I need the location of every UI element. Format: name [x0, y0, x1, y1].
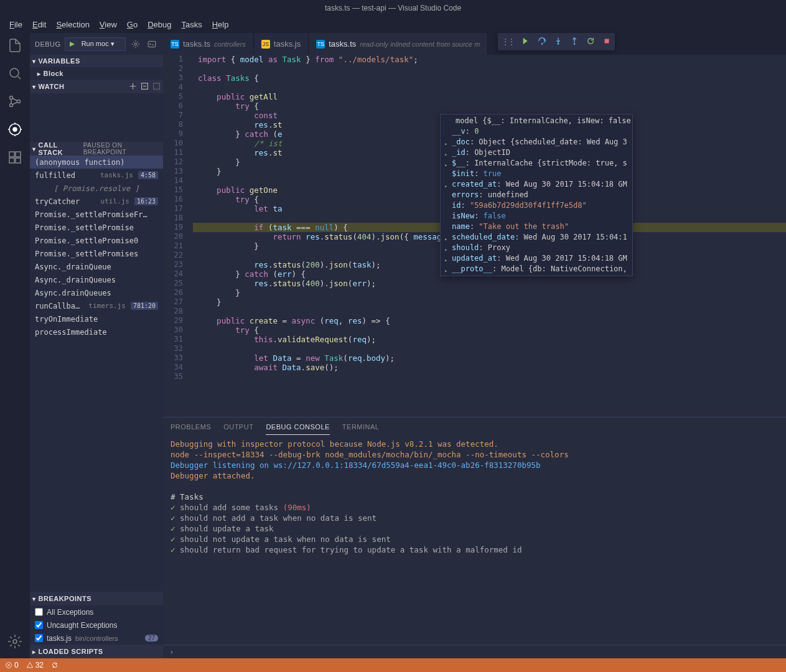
menu-help[interactable]: Help	[208, 19, 233, 30]
callstack-frame[interactable]: Async._drainQueues	[30, 273, 163, 286]
continue-icon[interactable]	[522, 37, 530, 47]
debug-console-input[interactable]: ›	[163, 645, 786, 658]
remove-watch-icon[interactable]	[152, 82, 161, 91]
add-watch-icon[interactable]	[129, 82, 137, 91]
hover-property[interactable]: id: "59a6b7d29dd30f4f1ff7e5d8"	[441, 200, 632, 211]
editor-tab[interactable]: TStasks.tsread-only inlined content from…	[309, 33, 488, 55]
debug-toolbar[interactable]: ⋮⋮	[498, 33, 615, 50]
breakpoint-checkbox[interactable]	[35, 621, 43, 629]
hover-property[interactable]: isNew: false	[441, 211, 632, 222]
code-line[interactable]: try {	[193, 325, 786, 335]
code-line[interactable]: class Tasks {	[193, 73, 786, 83]
variables-block[interactable]: ▸Block	[30, 67, 163, 80]
callstack-frame[interactable]: processImmediate	[30, 325, 163, 338]
callstack-frame[interactable]: tryCatcherutil.js16:23	[30, 195, 163, 208]
code-line[interactable]	[193, 307, 786, 316]
debug-console-icon[interactable]	[146, 38, 158, 50]
panel-tab[interactable]: TERMINAL	[342, 419, 380, 434]
status-sync-icon[interactable]	[51, 661, 58, 669]
hover-property[interactable]: $__: InternalCache {strictMode: true, s	[441, 158, 632, 169]
start-debug-icon[interactable]	[65, 41, 79, 47]
restart-icon[interactable]	[586, 37, 595, 47]
variables-header[interactable]: ▾VARIABLES	[30, 55, 163, 67]
code-line[interactable]: res.status(400).json(err);	[193, 279, 786, 288]
menu-debug[interactable]: Debug	[143, 19, 175, 30]
hover-property[interactable]: created_at: Wed Aug 30 2017 15:04:18 GM	[441, 179, 632, 190]
hover-property[interactable]: _doc: Object {scheduled_date: Wed Aug 3	[441, 137, 632, 147]
hover-property[interactable]: $init: true	[441, 169, 632, 179]
menu-file[interactable]: File	[5, 19, 27, 30]
svg-point-2	[10, 104, 13, 107]
breakpoint-item[interactable]: All Exceptions	[30, 605, 163, 618]
panel-tab[interactable]: OUTPUT	[223, 419, 253, 434]
panel-tab[interactable]: PROBLEMS	[171, 419, 211, 434]
breakpoint-checkbox[interactable]	[35, 634, 43, 642]
menu-tasks[interactable]: Tasks	[177, 19, 206, 30]
callstack-frame[interactable]: Promise._settlePromise	[30, 221, 163, 234]
code-line[interactable]	[193, 64, 786, 73]
hover-property[interactable]: __v: 0	[441, 126, 632, 137]
code-line[interactable]	[193, 344, 786, 353]
callstack-header[interactable]: ▾CALL STACKPAUSED ON BREAKPOINT	[30, 142, 163, 156]
step-over-icon[interactable]	[538, 37, 546, 47]
callstack-frame[interactable]: fulfilledtasks.js4:58	[30, 169, 163, 182]
search-icon[interactable]	[7, 66, 22, 83]
callstack-frame[interactable]: Async._drainQueue	[30, 260, 163, 273]
breakpoints-header[interactable]: ▾BREAKPOINTS	[30, 592, 163, 605]
toolbar-grip-icon[interactable]: ⋮⋮	[502, 37, 514, 46]
js-file-icon: JS	[261, 40, 270, 49]
breakpoint-checkbox[interactable]	[35, 608, 43, 616]
code-line[interactable]: await Data.save();	[193, 363, 786, 372]
code-line[interactable]: public create = async (req, res) => {	[193, 316, 786, 325]
callstack-frame[interactable]: tryOnImmediate	[30, 312, 163, 325]
breakpoint-item[interactable]: Uncaught Exceptions	[30, 618, 163, 632]
code-line[interactable]: public getAll	[193, 92, 786, 101]
stop-icon[interactable]	[602, 37, 611, 47]
hover-property[interactable]: scheduled_date: Wed Aug 30 2017 15:04:1	[441, 232, 632, 243]
explorer-icon[interactable]	[7, 38, 22, 55]
hover-property[interactable]: updated_at: Wed Aug 30 2017 15:04:18 GM	[441, 253, 632, 264]
hover-property[interactable]: __proto__: Model {db: NativeConnection,	[441, 264, 632, 274]
code-line[interactable]: import { model as Task } from "../models…	[193, 55, 786, 64]
loaded-scripts-header[interactable]: ▸LOADED SCRIPTS	[30, 645, 163, 658]
code-line[interactable]: this.validateRequest(req);	[193, 335, 786, 344]
debug-settings-icon[interactable]	[129, 38, 142, 50]
breakpoint-item[interactable]: tasks.jsbin/controllers27	[30, 632, 163, 645]
settings-gear-icon[interactable]	[7, 634, 22, 651]
code-line[interactable]	[193, 372, 786, 381]
hover-property[interactable]: errors: undefined	[441, 190, 632, 200]
debug-config-select[interactable]: Run moc ▾	[65, 37, 126, 51]
code-line[interactable]: try {	[193, 101, 786, 111]
code-line[interactable]: let Data = new Task(req.body);	[193, 353, 786, 363]
callstack-frame[interactable]: [ Promise.resolve ]	[30, 182, 163, 195]
editor-tab[interactable]: TStasks.tscontrollers	[163, 33, 254, 55]
step-out-icon[interactable]	[570, 37, 579, 47]
scm-icon[interactable]	[7, 94, 22, 111]
panel-tab[interactable]: DEBUG CONSOLE	[266, 419, 329, 435]
hover-property[interactable]: should: Proxy	[441, 243, 632, 253]
code-line[interactable]: }	[193, 288, 786, 297]
callstack-frame[interactable]: Async.drainQueues	[30, 286, 163, 299]
menu-selection[interactable]: Selection	[52, 19, 93, 30]
callstack-frame[interactable]: Promise._settlePromise0	[30, 234, 163, 247]
callstack-frame[interactable]: Promise._settlePromiseFr…	[30, 208, 163, 221]
menu-view[interactable]: View	[95, 19, 121, 30]
menu-go[interactable]: Go	[123, 19, 142, 30]
debug-icon[interactable]	[7, 122, 22, 139]
callstack-frame[interactable]: runCallbacktimers.js781:20	[30, 299, 163, 312]
extensions-icon[interactable]	[7, 150, 22, 167]
step-into-icon[interactable]	[554, 37, 563, 47]
callstack-frame[interactable]: (anonymous function)	[30, 156, 163, 169]
editor-tab[interactable]: JStasks.js	[254, 33, 309, 55]
hover-property[interactable]: name: "Take out the trash"	[441, 222, 632, 232]
callstack-frame[interactable]: Promise._settlePromises	[30, 247, 163, 260]
menu-edit[interactable]: Edit	[28, 19, 50, 30]
code-line[interactable]: }	[193, 297, 786, 307]
code-line[interactable]	[193, 83, 786, 92]
hover-property[interactable]: _id: ObjectID	[441, 147, 632, 158]
watch-header[interactable]: ▾WATCH	[30, 80, 163, 93]
collapse-watch-icon[interactable]	[141, 82, 149, 91]
debug-hover-tooltip[interactable]: model {$__: InternalCache, isNew: false,…	[440, 114, 633, 276]
status-errors[interactable]: 0	[5, 661, 19, 670]
status-warnings[interactable]: 32	[26, 661, 44, 670]
